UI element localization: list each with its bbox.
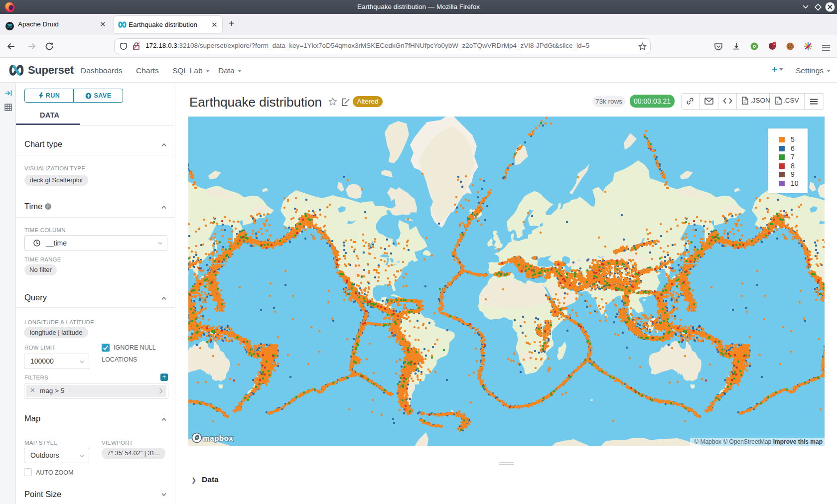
svg-text:mapbox: mapbox — [203, 434, 233, 442]
svg-text:2: 2 — [774, 42, 775, 45]
svg-text:x: x — [777, 100, 779, 104]
